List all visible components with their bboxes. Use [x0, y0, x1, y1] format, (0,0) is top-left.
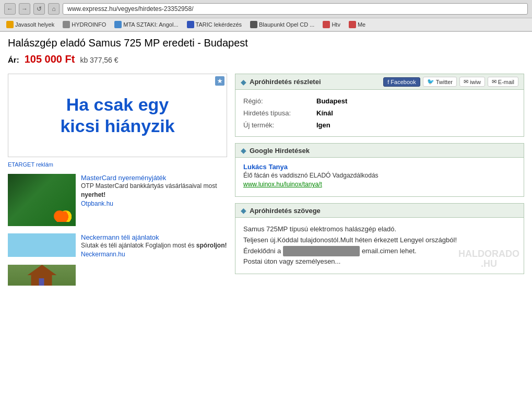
desc-line-2-post: email.cimen lehet.	[360, 247, 416, 255]
ad-source: ETARGET reklám	[8, 161, 227, 168]
small-ad-neckermann: Neckermann téli ajánlatok Síutak és téli…	[8, 233, 227, 286]
bookmark-me[interactable]: Me	[346, 20, 369, 29]
desc-line-2-pre: Érdeklődni a	[243, 247, 283, 255]
iwiw-icon: ✉	[464, 78, 468, 85]
facebook-icon: f	[387, 79, 389, 85]
page-content: Halászgép eladó Samus 725 MP eredeti - B…	[0, 32, 532, 298]
description-header: ◆ Apróhirdetés szövege	[235, 203, 524, 218]
new-label: Új termék:	[243, 121, 316, 129]
mastercard-ad-desc: OTP MasterCard bankkártyás vásárlásaival…	[81, 182, 217, 198]
bookmark-mta[interactable]: MTA SZTAKI: Angol...	[111, 20, 181, 29]
ad-source-link[interactable]: ETARGET reklám	[8, 161, 53, 168]
bookmark-icon-me	[349, 21, 356, 28]
bookmark-taric[interactable]: TARIC lekérdezés	[184, 20, 245, 29]
iwiw-label: iwiw	[470, 79, 481, 85]
iwiw-share-button[interactable]: ✉ iwiw	[459, 77, 485, 87]
page-title: Halászgép eladó Samus 725 MP eredeti - B…	[8, 37, 524, 49]
desc-line-0: Samus 725MP típusú elektromos halászgép …	[243, 225, 396, 233]
description-diamond-icon: ◆	[241, 206, 246, 215]
description-title: Apróhirdetés szövege	[250, 207, 321, 215]
google-ad-title-0[interactable]: Lukács Tanya	[243, 163, 288, 171]
watermark: HALDORADO .HU	[458, 249, 519, 270]
twitter-icon: 🐦	[427, 78, 434, 85]
region-label: Régió:	[243, 97, 316, 105]
details-header-left: ◆ Apróhirdetés részletei	[241, 78, 321, 86]
bookmark-hydroinfo[interactable]: HYDROINFO	[60, 20, 109, 29]
mastercard-ad-image[interactable]	[8, 174, 76, 226]
right-column: ◆ Apróhirdetés részletei f Facebook 🐦 Tw…	[235, 74, 524, 293]
email-share-button[interactable]: ✉ E-mail	[488, 77, 518, 87]
new-value: Igen	[316, 121, 330, 129]
forward-button[interactable]: →	[19, 3, 30, 15]
facebook-label: Facebook	[391, 79, 416, 85]
detail-row-region: Régió: Budapest	[243, 95, 516, 107]
google-ads-header: ◆ Google Hirdetések	[235, 143, 524, 158]
mastercard-ad-link[interactable]: Otpbank.hu	[81, 200, 113, 207]
banner-star-icon: ★	[215, 76, 224, 86]
bookmark-javasolt[interactable]: Javasolt helyek	[3, 20, 57, 29]
mastercard-ad-content: MasterCard nyereményjáték OTP MasterCard…	[81, 174, 227, 226]
neckermann-ad-link[interactable]: Neckermann.hu	[81, 251, 125, 258]
bookmark-icon-htv	[323, 21, 330, 28]
bookmark-icon-blaupunkt	[250, 21, 257, 28]
email-label: E-mail	[498, 79, 514, 85]
desc-line-3: Postai úton vagy személyesen...	[243, 257, 340, 265]
details-header-title: Apróhirdetés részletei	[250, 78, 321, 86]
bookmark-icon-hydroinfo	[63, 21, 70, 28]
refresh-button[interactable]: ↺	[33, 3, 45, 15]
bookmark-icon-javasolt	[6, 21, 14, 28]
details-section-header: ◆ Apróhirdetés részletei f Facebook 🐦 Tw…	[235, 74, 524, 90]
details-diamond-icon: ◆	[241, 78, 246, 86]
type-value: Kínál	[316, 109, 333, 117]
google-ads-title: Google Hirdetések	[250, 147, 310, 155]
region-value: Budapest	[316, 97, 347, 105]
detail-row-type: Hirdetés típusa: Kínál	[243, 107, 516, 119]
google-ad-item-0: Lukács Tanya Élő fácán és vaddisznó ELAD…	[243, 163, 516, 188]
neckermann-ad-content: Neckermann téli ajánlatok Síutak és téli…	[81, 233, 227, 286]
type-label: Hirdetés típusa:	[243, 109, 316, 117]
price-euro: kb 377,56 €	[80, 56, 118, 64]
mastercard-ad-title[interactable]: MasterCard nyereményjáték	[81, 174, 166, 182]
browser-nav: ← → ↺ ⌂	[0, 0, 532, 18]
ad-banner-text: Ha csak egykicsi hiányzik	[50, 84, 185, 147]
small-ad-mastercard: MasterCard nyereményjáték OTP MasterCard…	[8, 174, 227, 226]
watermark-line2: .HU	[458, 259, 519, 269]
google-diamond-icon: ◆	[241, 146, 246, 155]
twitter-label: Twitter	[436, 79, 453, 85]
browser-chrome: ← → ↺ ⌂ Javasolt helyek HYDROINFO MTA SZ…	[0, 0, 532, 32]
google-ads-box: Lukács Tanya Élő fácán és vaddisznó ELAD…	[235, 158, 524, 197]
address-bar[interactable]	[63, 3, 528, 15]
social-share-bar: f Facebook 🐦 Twitter ✉ iwiw ✉ E-mail	[383, 77, 518, 87]
watermark-line1: HALDORADO	[458, 249, 519, 260]
main-layout: ★ Ha csak egykicsi hiányzik ETARGET rekl…	[8, 74, 524, 293]
bookmark-icon-taric	[187, 21, 194, 28]
desc-line-1: Teljesen új.Kóddal tulajdonostól.Mult hé…	[243, 236, 457, 244]
home-button[interactable]: ⌂	[48, 3, 60, 15]
google-ad-desc-0: Élő fácán és vaddisznó ELADÓ Vadgazdálko…	[243, 172, 516, 179]
bookmark-htv[interactable]: Htv	[320, 20, 344, 29]
bookmarks-bar: Javasolt helyek HYDROINFO MTA SZTAKI: An…	[0, 18, 532, 31]
price-label: Ár:	[8, 55, 19, 64]
email-icon: ✉	[492, 78, 496, 85]
facebook-share-button[interactable]: f Facebook	[383, 77, 420, 87]
left-column: ★ Ha csak egykicsi hiányzik ETARGET rekl…	[8, 74, 227, 293]
price-line: Ár: 105 000 Ft kb 377,56 €	[8, 53, 524, 65]
redacted-email: ████████████████	[283, 246, 360, 257]
details-box: Régió: Budapest Hirdetés típusa: Kínál Ú…	[235, 90, 524, 137]
neckermann-ad-title[interactable]: Neckermann téli ajánlatok	[81, 233, 159, 241]
neckermann-ad-image[interactable]	[8, 233, 76, 286]
twitter-share-button[interactable]: 🐦 Twitter	[423, 77, 457, 87]
ad-banner[interactable]: ★ Ha csak egykicsi hiányzik	[8, 74, 227, 157]
description-section: ◆ Apróhirdetés szövege Samus 725MP típus…	[235, 203, 524, 274]
neckermann-ad-desc: Síutak és téli ajánlatok Foglaljon most …	[81, 242, 227, 249]
back-button[interactable]: ←	[4, 3, 16, 15]
description-box: Samus 725MP típusú elektromos halászgép …	[235, 218, 524, 274]
google-ad-url-0[interactable]: www.luinox.hu/luinox/tanya/t	[243, 181, 322, 188]
bookmark-blaupunkt[interactable]: Blaupunkt Opel CD ...	[247, 20, 317, 29]
google-ads-section: ◆ Google Hirdetések Lukács Tanya Élő fác…	[235, 143, 524, 197]
bookmark-icon-mta	[114, 21, 122, 28]
price-value: 105 000 Ft	[25, 53, 75, 65]
detail-row-new: Új termék: Igen	[243, 119, 516, 131]
